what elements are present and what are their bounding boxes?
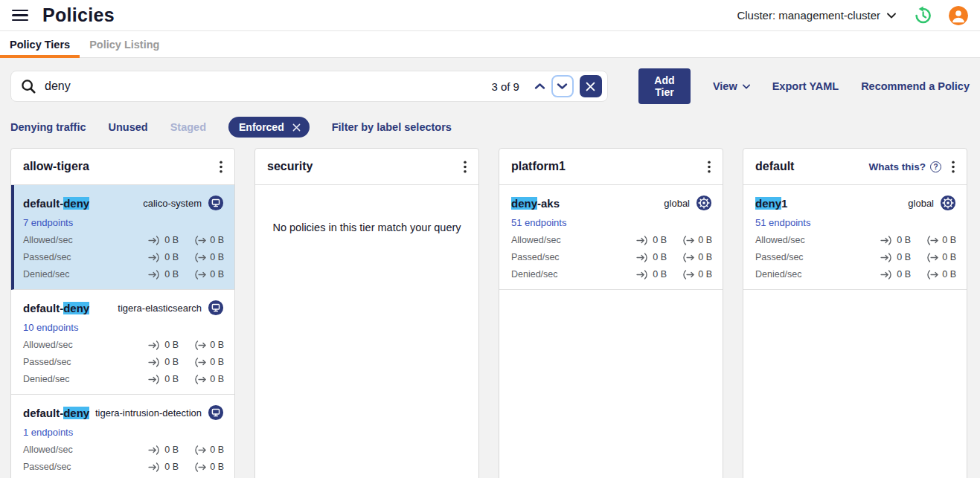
ingress-value: 0 B [653, 252, 667, 262]
ingress-value: 0 B [164, 269, 179, 280]
kebab-icon [464, 161, 467, 173]
ingress-metric: 0 B [141, 252, 179, 262]
chevron-down-icon [743, 84, 750, 89]
egress-icon [682, 270, 694, 280]
ingress-value: 0 B [164, 462, 179, 472]
filter-denying-traffic[interactable]: Denying traffic [10, 121, 86, 133]
namespace-icon [208, 195, 224, 211]
kebab-icon [952, 161, 955, 173]
policy-scope-label: global [908, 198, 934, 209]
policy-card[interactable]: deny-aksglobal51 endpointsAllowed/sec0 B… [499, 185, 723, 290]
filter-enforced-pill[interactable]: Enforced [228, 117, 310, 138]
tier-header: defaultWhats this? [743, 149, 967, 185]
policy-endpoints-link[interactable]: 7 endpoints [23, 217, 73, 228]
ingress-metric: 0 B [141, 340, 179, 350]
tier-menu-button[interactable] [947, 158, 959, 175]
tier-menu-button[interactable] [703, 158, 715, 175]
view-dropdown[interactable]: View [713, 80, 750, 92]
ingress-metric: 0 B [141, 445, 179, 455]
egress-metric: 0 B [919, 252, 956, 262]
policy-name: default-deny [23, 197, 89, 210]
policy-name: deny-aks [511, 197, 560, 210]
hamburger-menu-icon[interactable] [12, 7, 28, 24]
ingress-icon [148, 236, 161, 245]
ingress-icon [148, 340, 161, 350]
ingress-value: 0 B [164, 340, 179, 350]
tier-column-security: securityNo policies in this tier match y… [254, 148, 479, 478]
toolbar: Add Tier View Export YAML Recommend a Po… [638, 68, 970, 104]
egress-value: 0 B [210, 374, 224, 384]
ingress-metric: 0 B [141, 235, 179, 245]
ingress-icon [636, 270, 649, 280]
search-bar: 3 of 9 [10, 71, 608, 102]
ingress-value: 0 B [164, 374, 179, 384]
cluster-selector[interactable]: Cluster: management-cluster [737, 9, 896, 22]
tier-header: allow-tigera [11, 149, 234, 185]
user-avatar[interactable] [949, 6, 968, 25]
tier-menu-button[interactable] [459, 158, 471, 175]
egress-value: 0 B [210, 445, 224, 455]
ingress-metric: 0 B [630, 252, 667, 262]
policy-scope: global [664, 195, 712, 211]
egress-value: 0 B [210, 340, 224, 350]
tab-policy-listing[interactable]: Policy Listing [80, 31, 169, 57]
metric-label: Denied/sec [755, 269, 874, 280]
policy-name: default-deny [23, 407, 89, 419]
ingress-metric: 0 B [874, 235, 911, 245]
search-highlight: deny [511, 197, 537, 210]
policy-endpoints-link[interactable]: 1 endpoints [23, 427, 73, 438]
egress-value: 0 B [210, 462, 224, 472]
tier-board: allow-tigeradefault-denycalico-system7 e… [10, 148, 970, 478]
policy-card[interactable]: default-denytigera-elasticsearch10 endpo… [11, 290, 234, 395]
ingress-metric: 0 B [874, 269, 911, 280]
global-icon [940, 195, 956, 211]
ingress-metric: 0 B [630, 235, 667, 245]
egress-icon [926, 236, 938, 245]
policy-endpoints-link[interactable]: 51 endpoints [511, 217, 566, 228]
egress-value: 0 B [698, 269, 712, 280]
policy-scope-label: tigera-elasticsearch [118, 303, 202, 314]
egress-metric: 0 B [187, 357, 224, 367]
add-tier-button[interactable]: Add Tier [638, 68, 691, 104]
egress-icon [926, 270, 938, 280]
search-input[interactable] [43, 79, 491, 94]
chevron-down-icon [557, 83, 568, 90]
recommend-policy-button[interactable]: Recommend a Policy [861, 80, 970, 92]
ingress-icon [148, 358, 161, 367]
search-prev-button[interactable] [529, 75, 551, 97]
metric-row: Denied/sec0 B0 B [23, 269, 224, 280]
policy-scope-label: tigera-intrusion-detection [95, 407, 202, 419]
policy-card[interactable]: default-denytigera-intrusion-detection1 … [11, 395, 234, 478]
metric-label: Passed/sec [755, 252, 874, 262]
search-next-button[interactable] [551, 75, 574, 97]
history-icon[interactable] [912, 5, 932, 25]
whats-this-link[interactable]: Whats this? [869, 161, 942, 172]
search-highlight: deny [63, 302, 89, 314]
metric-row: Passed/sec0 B0 B [23, 462, 224, 472]
tab-policy-tiers[interactable]: Policy Tiers [0, 31, 80, 57]
export-yaml-button[interactable]: Export YAML [772, 80, 839, 92]
policy-card[interactable]: deny1global51 endpointsAllowed/sec0 B0 B… [743, 185, 967, 290]
tier-name: security [267, 160, 313, 173]
policy-endpoints-link[interactable]: 51 endpoints [755, 217, 810, 228]
egress-metric: 0 B [919, 269, 956, 280]
ingress-icon [880, 236, 893, 245]
tier-menu-button[interactable] [215, 158, 227, 175]
remove-filter-icon[interactable] [292, 123, 301, 132]
filter-staged[interactable]: Staged [170, 121, 206, 133]
metric-label: Allowed/sec [23, 235, 141, 245]
tier-column-platform1: platform1deny-aksglobal51 endpointsAllow… [499, 148, 723, 478]
policy-endpoints-link[interactable]: 10 endpoints [23, 322, 78, 333]
policy-card[interactable]: default-denycalico-system7 endpointsAllo… [11, 185, 234, 290]
policy-scope: calico-system [143, 195, 224, 211]
policy-name: default-deny [23, 302, 89, 314]
egress-metric: 0 B [675, 269, 712, 280]
metric-label: Passed/sec [511, 252, 630, 262]
filter-unused[interactable]: Unused [109, 121, 148, 133]
egress-metric: 0 B [187, 462, 224, 472]
filter-by-label-selectors[interactable]: Filter by label selectors [332, 121, 452, 133]
filter-bar: Denying traffic Unused Staged Enforced F… [10, 117, 970, 138]
search-clear-button[interactable] [580, 75, 602, 97]
cluster-selector-label: Cluster: management-cluster [737, 9, 880, 22]
ingress-value: 0 B [164, 235, 179, 245]
